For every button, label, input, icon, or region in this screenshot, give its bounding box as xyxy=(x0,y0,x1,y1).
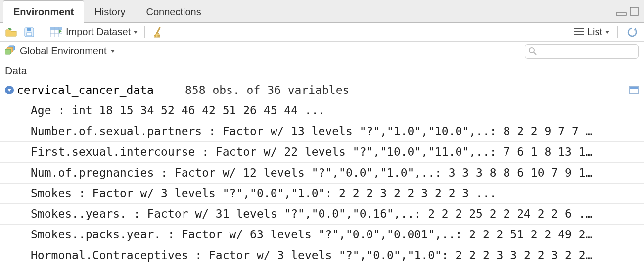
variable-row[interactable]: Smokes..packs.year. : Factor w/ 63 level… xyxy=(0,225,644,245)
scope-stack-icon xyxy=(5,45,16,57)
save-icon[interactable] xyxy=(23,26,36,39)
tab-connections[interactable]: Connections xyxy=(136,0,211,23)
svg-rect-4 xyxy=(27,28,31,31)
caret-down-icon xyxy=(134,31,138,34)
expand-toggle-icon[interactable] xyxy=(5,86,14,94)
caret-down-icon xyxy=(605,31,609,34)
refresh-icon[interactable] xyxy=(626,26,639,39)
svg-point-20 xyxy=(529,48,534,53)
tab-history[interactable]: History xyxy=(84,0,136,23)
caret-down-icon xyxy=(111,50,115,53)
svg-rect-3 xyxy=(27,33,32,36)
minimize-icon[interactable] xyxy=(616,9,627,16)
svg-rect-0 xyxy=(616,13,626,15)
view-mode-label: List xyxy=(587,26,602,38)
view-data-grid-icon[interactable] xyxy=(629,86,639,94)
search-input[interactable] xyxy=(525,44,639,59)
toolbar-separator xyxy=(617,26,618,38)
tab-environment[interactable]: Environment xyxy=(3,0,84,23)
maximize-icon[interactable] xyxy=(630,7,639,16)
variable-list: Age : int 18 15 34 52 46 42 51 26 45 44 … xyxy=(0,100,644,266)
import-dataset-label: Import Dataset xyxy=(66,26,131,38)
svg-line-21 xyxy=(534,52,536,55)
svg-rect-6 xyxy=(50,27,62,30)
scope-label-text: Global Environment xyxy=(20,46,107,57)
object-name: cervical_cancer_data xyxy=(17,81,154,99)
variable-row[interactable]: Num.of.pregnancies : Factor w/ 12 levels… xyxy=(0,163,644,184)
search-box xyxy=(525,44,639,59)
environment-pane: Environment History Connections xyxy=(0,0,644,278)
open-folder-icon[interactable] xyxy=(5,26,18,39)
object-description: 858 obs. of 36 variables xyxy=(185,81,622,99)
svg-rect-19 xyxy=(5,49,11,54)
scope-row: Global Environment xyxy=(0,42,644,61)
environment-content[interactable]: Data cervical_cancer_data 858 obs. of 36… xyxy=(0,61,644,278)
svg-line-10 xyxy=(157,28,160,33)
section-header-data: Data xyxy=(0,61,644,80)
variable-row[interactable]: Age : int 18 15 34 52 46 42 51 26 45 44 … xyxy=(0,100,644,121)
search-icon xyxy=(528,47,537,56)
variable-row[interactable]: Smokes..years. : Factor w/ 31 levels "?"… xyxy=(0,204,644,225)
object-row[interactable]: cervical_cancer_data 858 obs. of 36 vari… xyxy=(0,80,644,101)
toolbar-separator xyxy=(43,26,43,38)
scope-selector[interactable]: Global Environment xyxy=(5,45,115,57)
list-lines-icon xyxy=(574,26,584,38)
toolbar: Import Dataset xyxy=(0,23,644,42)
variable-row[interactable]: Hormonal.Contraceptives : Factor w/ 3 le… xyxy=(0,245,644,266)
toolbar-separator xyxy=(144,26,145,38)
variable-row[interactable]: Smokes : Factor w/ 3 levels "?","0.0","1… xyxy=(0,184,644,204)
import-grid-icon xyxy=(50,26,63,39)
window-controls xyxy=(616,7,644,16)
svg-rect-1 xyxy=(630,7,638,15)
tab-strip: Environment History Connections xyxy=(0,0,644,23)
variable-row[interactable]: First.sexual.intercourse : Factor w/ 22 … xyxy=(0,142,644,163)
view-mode-button[interactable]: List xyxy=(574,26,609,38)
variable-row[interactable]: Number.of.sexual.partners : Factor w/ 13… xyxy=(0,121,644,142)
broom-icon[interactable] xyxy=(152,26,165,39)
import-dataset-button[interactable]: Import Dataset xyxy=(50,26,138,39)
